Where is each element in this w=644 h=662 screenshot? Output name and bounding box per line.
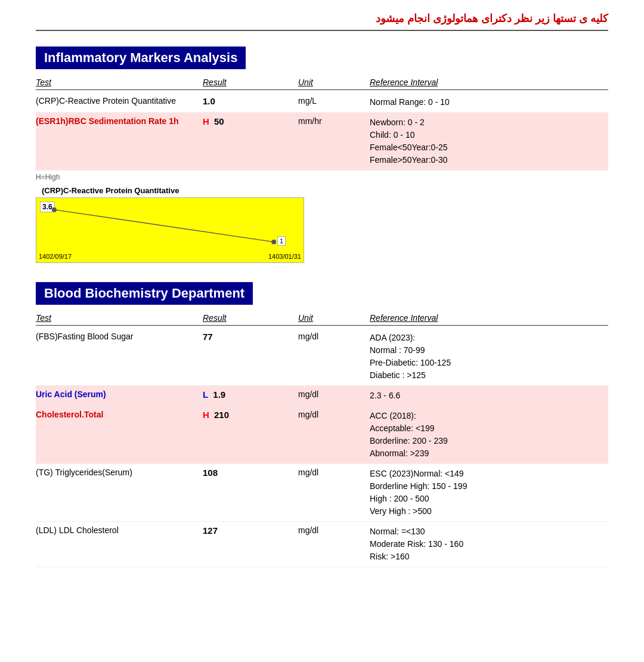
result-cell: L 1.9 xyxy=(203,389,298,400)
ref-cell: Normal: =<130 Moderate Risk: 130 - 160 R… xyxy=(370,525,608,563)
test-name: (ESR1h)RBC Sedimentation Rate 1h xyxy=(36,116,203,126)
ref-cell: ESC (2023)Normal: <149 Borderline High: … xyxy=(370,468,608,518)
col-test-label: Test xyxy=(36,313,203,323)
result-cell: 108 xyxy=(203,468,298,478)
table-row: Uric Acid (Serum) L 1.9 mg/dl 2.3 - 6.6 xyxy=(36,386,608,406)
table-row: (FBS)Fasting Blood Sugar 77 mg/dl ADA (2… xyxy=(36,328,608,386)
unit-cell: mm/hr xyxy=(298,116,370,126)
col-unit-label: Unit xyxy=(298,313,370,323)
unit-cell: mg/dl xyxy=(298,332,370,341)
result-cell: 127 xyxy=(203,525,298,536)
col-result-label: Result xyxy=(203,78,298,87)
high-note: H=High xyxy=(36,173,608,181)
biochemistry-col-headers: Test Result Unit Reference Interval xyxy=(36,311,608,326)
biochemistry-section-title: Blood Biochemistry Department xyxy=(36,282,253,305)
test-name: (LDL) LDL Cholesterol xyxy=(36,525,203,535)
flag-high: H xyxy=(203,410,209,420)
chart-container: (CRP)C-Reactive Protein Quantitative 3.6… xyxy=(36,186,358,263)
ref-cell: Newborn: 0 - 2 Child: 0 - 10 Female<50Ye… xyxy=(370,116,608,166)
test-name: (CRP)C-Reactive Protein Quantitative xyxy=(36,96,203,106)
svg-line-0 xyxy=(54,210,274,242)
col-ref-label: Reference Interval xyxy=(370,78,608,87)
table-row: Cholesterol.Total H 210 mg/dl ACC (2018)… xyxy=(36,406,608,464)
result-cell: H 50 xyxy=(203,116,298,126)
col-test-label: Test xyxy=(36,78,203,87)
table-row: (LDL) LDL Cholesterol 127 mg/dl Normal: … xyxy=(36,522,608,567)
result-cell: 1.0 xyxy=(203,96,298,106)
chart-line-svg xyxy=(36,198,304,262)
test-name: (FBS)Fasting Blood Sugar xyxy=(36,332,203,341)
unit-cell: mg/dl xyxy=(298,468,370,477)
ref-cell: ACC (2018): Acceptable: <199 Borderline:… xyxy=(370,410,608,460)
table-row: (CRP)C-Reactive Protein Quantitative 1.0… xyxy=(36,92,608,113)
result-cell: 77 xyxy=(203,332,298,342)
chart-title: (CRP)C-Reactive Protein Quantitative xyxy=(42,186,358,195)
inflammatory-section-title: Inflammatory Markers Analysis xyxy=(36,47,246,69)
inflammatory-col-headers: Test Result Unit Reference Interval xyxy=(36,75,608,90)
unit-cell: mg/dl xyxy=(298,389,370,399)
col-ref-label: Reference Interval xyxy=(370,313,608,323)
unit-cell: mg/L xyxy=(298,96,370,106)
ref-cell: Normal Range: 0 - 10 xyxy=(370,96,608,109)
chart-box: 3.6 1 1402/09/17 1403/01/31 xyxy=(36,197,304,263)
flag-low: L xyxy=(203,389,208,400)
svg-point-1 xyxy=(52,208,57,212)
svg-point-2 xyxy=(271,240,276,245)
table-row: (ESR1h)RBC Sedimentation Rate 1h H 50 mm… xyxy=(36,113,608,171)
unit-cell: mg/dl xyxy=(298,410,370,419)
test-name: Uric Acid (Serum) xyxy=(36,389,203,399)
persian-header: کلیه ی تستها زیر نظر دکترای هماتولوژی ان… xyxy=(36,12,608,31)
col-result-label: Result xyxy=(203,313,298,323)
col-unit-label: Unit xyxy=(298,78,370,87)
result-cell: H 210 xyxy=(203,410,298,420)
ref-cell: 2.3 - 6.6 xyxy=(370,389,608,402)
table-row: (TG) Triglycerides(Serum) 108 mg/dl ESC … xyxy=(36,464,608,522)
test-name: (TG) Triglycerides(Serum) xyxy=(36,468,203,477)
flag-high: H xyxy=(203,116,209,126)
test-name: Cholesterol.Total xyxy=(36,410,203,419)
unit-cell: mg/dl xyxy=(298,525,370,535)
ref-cell: ADA (2023): Normal : 70-99 Pre-Diabetic:… xyxy=(370,332,608,382)
